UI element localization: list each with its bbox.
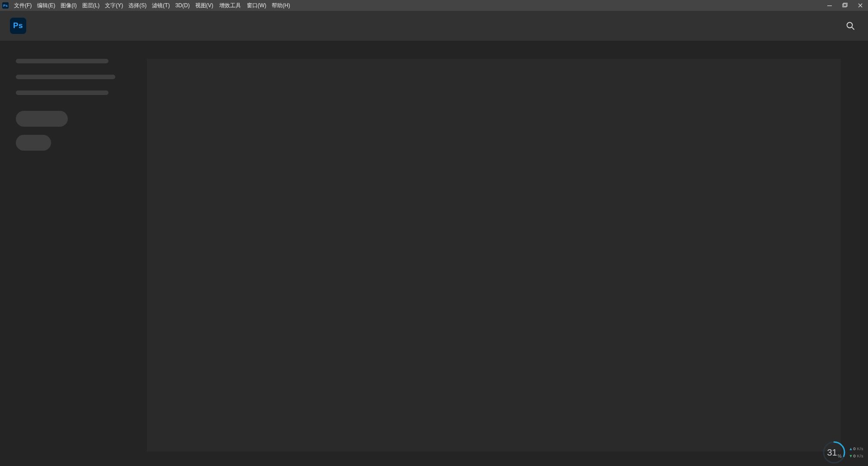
sidebar-skeleton <box>16 59 129 151</box>
maximize-button[interactable] <box>837 0 853 11</box>
svg-rect-1 <box>843 4 846 7</box>
workspace-placeholder <box>147 59 841 452</box>
svg-rect-2 <box>844 3 847 6</box>
download-rate: ▼ 0 K/s <box>849 454 863 458</box>
menu-type[interactable]: 文字(Y) <box>102 0 126 11</box>
skeleton-pill <box>16 135 51 151</box>
app-logo-icon: Ps <box>10 18 26 34</box>
upload-value: 0 <box>853 447 855 451</box>
menu-select[interactable]: 选择(S) <box>126 0 149 11</box>
menu-edit[interactable]: 编辑(E) <box>34 0 58 11</box>
menu-3d[interactable]: 3D(D) <box>173 0 193 11</box>
download-value: 0 <box>853 454 855 458</box>
svg-line-4 <box>852 27 854 29</box>
network-overlay: 31 % ▲ 0 K/s ▼ 0 K/s <box>822 441 863 464</box>
app-header: Ps <box>0 11 868 41</box>
cpu-gauge: 31 % <box>822 441 846 464</box>
menu-help[interactable]: 帮助(H) <box>269 0 293 11</box>
skeleton-line <box>16 90 108 95</box>
minimize-icon <box>827 3 832 8</box>
menu-view[interactable]: 视图(V) <box>193 0 216 11</box>
menu-filter[interactable]: 滤镜(T) <box>149 0 172 11</box>
svg-rect-0 <box>827 5 832 6</box>
skeleton-pill <box>16 111 68 127</box>
close-button[interactable] <box>853 0 868 11</box>
menu-window[interactable]: 窗口(W) <box>244 0 269 11</box>
search-icon <box>846 21 855 30</box>
skeleton-line <box>16 59 108 63</box>
menu-plugins[interactable]: 增效工具 <box>216 0 244 11</box>
gauge-unit: % <box>838 454 842 459</box>
gauge-number: 31 <box>827 447 837 458</box>
minimize-button[interactable] <box>822 0 837 11</box>
upload-rate: ▲ 0 K/s <box>849 447 863 451</box>
close-icon <box>858 3 863 8</box>
maximize-icon <box>842 3 848 8</box>
menu-items: 文件(F) 编辑(E) 图像(I) 图层(L) 文字(Y) 选择(S) 滤镜(T… <box>11 0 293 11</box>
arrow-up-icon: ▲ <box>849 447 852 451</box>
gauge-value: 31 % <box>822 441 846 464</box>
upload-unit: K/s <box>857 447 863 451</box>
menubar: Ps 文件(F) 编辑(E) 图像(I) 图层(L) 文字(Y) 选择(S) 滤… <box>0 0 868 11</box>
menu-image[interactable]: 图像(I) <box>58 0 79 11</box>
app-badge-icon: Ps <box>2 2 9 9</box>
download-unit: K/s <box>857 454 863 458</box>
window-controls <box>822 0 868 11</box>
search-button[interactable] <box>845 21 855 31</box>
net-rates: ▲ 0 K/s ▼ 0 K/s <box>849 447 863 458</box>
home-body <box>0 41 868 466</box>
menu-layer[interactable]: 图层(L) <box>80 0 103 11</box>
arrow-down-icon: ▼ <box>849 454 852 458</box>
skeleton-line <box>16 75 115 79</box>
menu-file[interactable]: 文件(F) <box>11 0 34 11</box>
